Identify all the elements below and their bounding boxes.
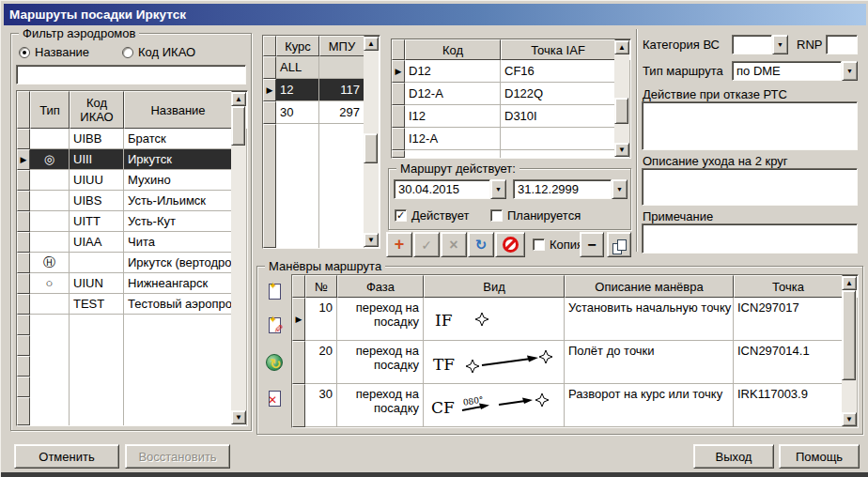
scroll-up-icon[interactable]: ▲ (842, 276, 857, 290)
scroll-thumb[interactable] (842, 290, 856, 380)
airports-table: Тип Код ИКАО Название UIBB Братск ▶ ◎ UI… (16, 90, 248, 426)
checkmark-icon: ✓ (395, 209, 407, 222)
maneuver-if-diagram: IF (427, 300, 560, 338)
radio-label: Название (35, 45, 89, 59)
chevron-down-icon[interactable]: ▼ (612, 179, 628, 199)
table-row[interactable]: UIAA Чита (17, 232, 247, 253)
maneuvers-group: Манёвры маршрута ✦ ✦✎ ↻ ✕ № Фаза Вид Опи… (256, 266, 863, 435)
scroll-thumb[interactable] (614, 98, 628, 124)
table-row[interactable]: D12-A D122Q (392, 83, 630, 105)
category-combobox[interactable]: ▼ (732, 35, 788, 54)
rts-failure-textarea[interactable] (642, 101, 858, 150)
copy-checkbox[interactable]: Копия (533, 238, 583, 252)
cancel-button[interactable]: Отменить (14, 444, 119, 469)
panel-divider (636, 29, 638, 252)
cross-icon: × (449, 237, 457, 254)
maneuvers-scrollbar[interactable]: ▲ ▼ (842, 276, 857, 426)
note-textarea[interactable] (642, 223, 858, 254)
table-filler (263, 124, 380, 248)
table-filler (292, 427, 858, 428)
edit-maneuver-button[interactable]: ✦✎ (265, 315, 286, 336)
planned-checkbox[interactable]: Планируется (490, 208, 581, 223)
scroll-thumb[interactable] (364, 133, 378, 163)
active-checkbox[interactable]: ✓ Действует (395, 208, 469, 223)
table-row[interactable]: UIBB Братск (17, 129, 247, 149)
date-from-combobox[interactable]: 30.04.2015 ▼ (394, 179, 506, 199)
scroll-down-icon[interactable]: ▼ (231, 410, 246, 424)
delete-maneuver-button[interactable]: ✕ (265, 389, 286, 409)
radio-dot (122, 47, 133, 58)
scroll-up-icon[interactable]: ▲ (614, 40, 629, 54)
checkbox-label: Действует (411, 208, 469, 223)
chevron-down-icon[interactable]: ▼ (490, 179, 506, 199)
confirm-record-button[interactable]: ✓ (413, 232, 440, 257)
aerodrome-icon: ◎ (44, 152, 54, 166)
table-row[interactable]: ALL (263, 56, 380, 79)
table-row[interactable]: I12-A (392, 128, 630, 150)
route-type-combobox[interactable]: по DME ▼ (732, 61, 858, 81)
table-row[interactable]: 30 297 (263, 101, 380, 124)
restore-button[interactable]: Восстановить (125, 444, 230, 469)
table-row[interactable]: 30 переход на посадку CF 080° Разворот н… (292, 384, 858, 427)
airfield-filter-title: Фильтр аэродромов (19, 26, 139, 40)
radio-filter-by-name[interactable]: Название (19, 45, 89, 59)
exit-button[interactable]: Выход (693, 444, 774, 469)
radio-dot (19, 47, 30, 58)
table-row[interactable]: 20 переход на посадку TF Полёт до точки … (292, 341, 858, 384)
new-document-icon: ✦ (269, 284, 281, 300)
column-header-point: Точка (734, 275, 843, 298)
dialog-window: Маршруты посадки Иркутск Фильтр аэродром… (0, 0, 868, 477)
date-to-combobox[interactable]: 31.12.2999 ▼ (513, 179, 628, 199)
globe-refresh-icon: ↻ (266, 354, 283, 371)
scroll-down-icon[interactable]: ▼ (614, 143, 629, 157)
table-row-selected[interactable]: ▶ 12 117 (263, 79, 380, 101)
course-scrollbar[interactable]: ▲ ▼ (364, 37, 379, 247)
goaround-label: Описание ухода на 2 круг (643, 154, 788, 168)
table-row-selected[interactable]: ▶ 10 переход на посадку IF Установить на… (292, 298, 858, 341)
delete-document-icon: ✕ (269, 391, 281, 407)
chevron-down-icon[interactable]: ▼ (842, 61, 858, 81)
checkbox-label: Копия (550, 238, 583, 252)
scroll-down-icon[interactable]: ▼ (842, 412, 857, 426)
column-header-iaf-point: Точка IAF (501, 39, 615, 60)
airfield-search-input[interactable] (16, 65, 246, 85)
copy-record-button[interactable] (607, 232, 631, 257)
plus-icon: + (395, 235, 405, 254)
table-row-selected[interactable]: ▶ ◎ UIII Иркутск (17, 149, 247, 170)
table-row-selected[interactable]: ▶ D12 CF16 (392, 60, 630, 83)
title-bar[interactable]: Маршруты посадки Иркутск (4, 4, 866, 25)
category-label: Категория ВС (643, 38, 720, 52)
goaround-textarea[interactable] (642, 168, 858, 206)
refresh-button[interactable]: ↻ (468, 232, 494, 257)
row-pointer-icon: ▶ (395, 68, 402, 76)
airports-scrollbar[interactable]: ▲ ▼ (231, 92, 246, 424)
table-row[interactable]: ○ UIUN Нижнеангарск (17, 273, 247, 294)
column-header-descr: Описание манёвра (565, 275, 734, 298)
reload-maneuvers-button[interactable]: ↻ (265, 353, 286, 374)
help-button[interactable]: Помощь (779, 444, 860, 469)
new-maneuver-button[interactable]: ✦ (265, 282, 286, 302)
scroll-thumb[interactable] (231, 106, 245, 146)
scroll-down-icon[interactable]: ▼ (364, 233, 379, 247)
airfield-circle-icon: ○ (46, 276, 54, 290)
table-row[interactable]: Ⓗ Иркутск (вертодром) (17, 253, 247, 273)
radio-filter-by-icao[interactable]: Код ИКАО (122, 45, 195, 59)
add-record-button[interactable]: + (386, 232, 412, 257)
iaf-scrollbar[interactable]: ▲ ▼ (614, 40, 629, 157)
table-row[interactable]: UIBS Усть-Ильимск (17, 191, 247, 211)
chevron-down-icon[interactable]: ▼ (772, 35, 788, 54)
remove-button[interactable]: − (580, 232, 604, 257)
route-validity-group: Маршрут действует: 30.04.2015 ▼ 31.12.29… (388, 168, 631, 230)
cancel-record-button[interactable]: × (441, 232, 467, 257)
table-row[interactable]: I12 D310I (392, 105, 630, 128)
table-row[interactable]: UIUU Мухино (17, 170, 247, 191)
row-pointer-icon: ▶ (21, 156, 27, 164)
check-icon: ✓ (421, 238, 432, 253)
block-button[interactable] (495, 232, 525, 257)
table-row[interactable]: UITT Усть-Кут (17, 211, 247, 232)
scroll-up-icon[interactable]: ▲ (231, 92, 246, 106)
maneuver-cf-diagram: CF 080° (427, 387, 560, 424)
rnp-input[interactable] (826, 35, 858, 54)
table-row[interactable]: TEST Тестовый аэропрот (17, 294, 247, 315)
scroll-up-icon[interactable]: ▲ (364, 37, 379, 51)
